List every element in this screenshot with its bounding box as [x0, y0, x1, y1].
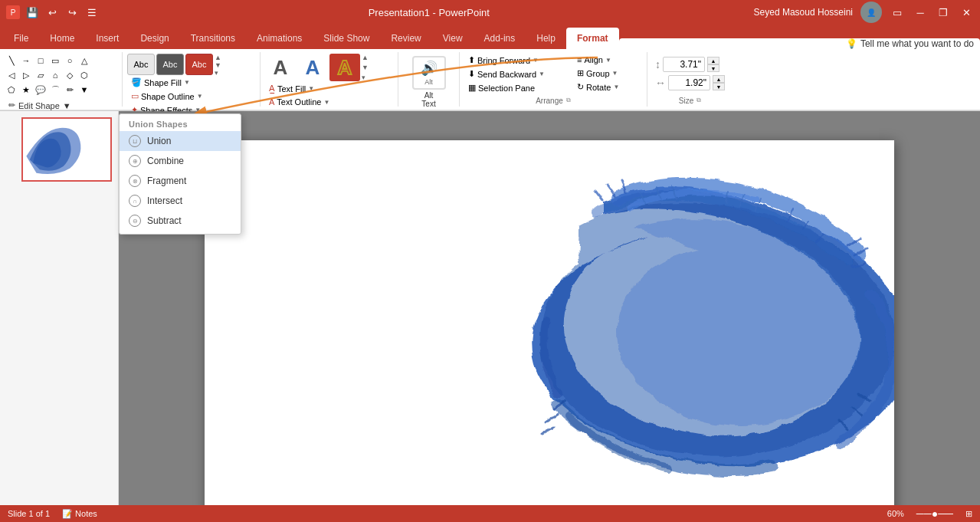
shape-arrow-right[interactable]: → — [19, 54, 33, 67]
wordart-style-2[interactable]: A — [297, 54, 328, 81]
selection-pane-icon: ▦ — [468, 83, 476, 93]
alt-text-label: AltText — [421, 91, 435, 108]
customize-qat-button[interactable]: ☰ — [84, 5, 100, 20]
shape-tri[interactable]: △ — [77, 54, 91, 67]
selection-pane-button[interactable]: ▦ Selection Pane — [464, 81, 572, 94]
height-input[interactable]: 3.71" — [663, 57, 705, 72]
notes-button[interactable]: 📝 Notes — [62, 509, 97, 519]
dropdown-item-intersect[interactable]: ∩ Intersect — [120, 191, 241, 211]
edit-shape-button[interactable]: ✏ Edit Shape ▼ — [5, 99, 75, 112]
dropdown-item-combine[interactable]: ⊕ Combine — [120, 151, 241, 171]
restore-button[interactable]: ❐ — [936, 5, 951, 20]
tab-transitions[interactable]: Transitions — [180, 28, 246, 49]
shape-penta[interactable]: ⬠ — [5, 83, 18, 97]
shape-diamond[interactable]: ◇ — [63, 68, 77, 82]
combine-label: Combine — [147, 156, 184, 166]
tab-animations[interactable]: Animations — [246, 28, 313, 49]
group-button[interactable]: ⊞ Group ▼ — [573, 67, 642, 80]
shape-freeform[interactable]: ✏ — [63, 83, 77, 97]
shape-hex[interactable]: ⬡ — [77, 68, 91, 82]
tab-design[interactable]: Design — [129, 28, 179, 49]
wordart-scroll[interactable]: ▲ ▼ ▾ — [362, 54, 369, 81]
group-label: Group — [586, 69, 610, 78]
shape-style-3[interactable]: Abc — [185, 54, 213, 75]
shape-rtri[interactable]: ◁ — [5, 68, 18, 82]
send-backward-button[interactable]: ⬇ Send Backward ▼ — [464, 67, 572, 80]
shape-ellipse[interactable]: ○ — [63, 54, 77, 67]
rotate-button[interactable]: ↻ Rotate ▼ — [573, 80, 642, 94]
text-fill-chevron: ▼ — [308, 85, 314, 92]
shape-trap[interactable]: ⌂ — [48, 68, 62, 82]
height-spin-up[interactable]: ▲ — [707, 57, 719, 64]
tab-file[interactable]: File — [3, 28, 39, 49]
tab-insert[interactable]: Insert — [85, 28, 129, 49]
ribbon-display-button[interactable]: ▭ — [890, 5, 905, 20]
dropdown-header: Union Shapes — [120, 117, 241, 131]
shape-outline-button[interactable]: ▭ Shape Outline ▼ — [127, 90, 221, 103]
slide-canvas-area[interactable] — [119, 111, 980, 522]
shape-callout[interactable]: 💬 — [34, 83, 48, 97]
wordart-style-3[interactable]: A — [329, 54, 360, 81]
subtract-icon: ⊖ — [129, 215, 141, 227]
arrange-expand[interactable]: ⧉ — [566, 97, 571, 104]
shape-outline-label: Shape Outline — [141, 92, 195, 101]
shape-rtri2[interactable]: ▷ — [19, 68, 33, 82]
align-button[interactable]: ≡ Align ▼ — [573, 54, 642, 66]
redo-button[interactable]: ↪ — [64, 5, 80, 20]
slide-canvas[interactable] — [205, 140, 894, 523]
close-button[interactable]: ✕ — [959, 5, 974, 20]
save-button[interactable]: 💾 — [25, 5, 40, 20]
dropdown-item-subtract[interactable]: ⊖ Subtract — [120, 211, 241, 231]
shape-fill-button[interactable]: 🪣 Shape Fill ▼ — [127, 76, 221, 89]
shape-para[interactable]: ▱ — [34, 68, 48, 82]
bring-forward-button[interactable]: ⬆ Bring Forward ▼ — [464, 54, 572, 67]
width-input[interactable]: 1.92" — [668, 75, 710, 90]
fit-slide-button[interactable]: ⊞ — [965, 509, 972, 519]
tab-help[interactable]: Help — [526, 28, 566, 49]
height-spin-down[interactable]: ▼ — [707, 64, 719, 72]
dropdown-item-union[interactable]: ⊔ Union — [120, 131, 241, 151]
shape-rect[interactable]: □ — [34, 54, 48, 67]
shape-style-2[interactable]: Abc — [156, 54, 184, 75]
text-fill-button[interactable]: A̲ Text Fill ▼ — [265, 82, 369, 95]
shape-star[interactable]: ★ — [19, 83, 33, 97]
shape-styles-group: Abc Abc Abc ▲ ▼ ▾ 🪣 Shape Fill ▼ — [123, 52, 261, 107]
powerpoint-icon: P — [6, 5, 20, 19]
user-avatar[interactable]: 👤 — [860, 2, 882, 23]
shape-curved[interactable]: ⌒ — [48, 83, 62, 97]
wordart-styles-group: A A A ▲ ▼ ▾ A̲ Text Fill ▼ — [261, 52, 398, 107]
undo-button[interactable]: ↩ — [44, 5, 60, 20]
width-spin-up[interactable]: ▲ — [713, 75, 725, 83]
alt-text-icon: 🔊 Alt — [412, 56, 446, 90]
text-outline-icon: A — [269, 97, 274, 107]
tab-review[interactable]: Review — [380, 28, 431, 49]
tab-addins[interactable]: Add-ins — [474, 28, 526, 49]
zoom-level: 60% — [887, 509, 904, 518]
minimize-button[interactable]: ─ — [913, 5, 928, 20]
tell-me-input[interactable]: 💡 Tell me what you want to do — [840, 38, 980, 49]
shape-line[interactable]: ╲ — [5, 54, 18, 67]
union-label: Union — [147, 136, 171, 146]
size-expand[interactable]: ⧉ — [696, 97, 701, 104]
tab-view[interactable]: View — [432, 28, 474, 49]
width-spin-down[interactable]: ▼ — [713, 83, 725, 90]
shape-rounded-rect[interactable]: ▭ — [48, 54, 62, 67]
alt-text-button[interactable]: 🔊 Alt AltText — [408, 54, 451, 110]
tab-format[interactable]: Format — [566, 28, 619, 49]
slide-thumbnail-1[interactable] — [21, 117, 112, 182]
arrange-group: ⬆ Bring Forward ▼ ⬇ Send Backward ▼ ▦ Se… — [460, 52, 647, 107]
tab-slideshow[interactable]: Slide Show — [313, 28, 380, 49]
text-outline-button[interactable]: A Text Outline ▼ — [265, 96, 369, 108]
combine-icon: ⊕ — [129, 155, 141, 167]
shape-style-1[interactable]: Abc — [127, 54, 155, 75]
accessibility-group: 🔊 Alt AltText Accessibility ⧉ — [398, 52, 460, 107]
title-bar-left: P 💾 ↩ ↪ ☰ Drawing Tools — [6, 5, 104, 20]
zoom-slider[interactable]: ──●── — [916, 507, 953, 520]
shape-style-scroll[interactable]: ▲ ▼ ▾ — [215, 54, 221, 75]
dropdown-item-fragment[interactable]: ⊗ Fragment — [120, 171, 241, 191]
slide-panel: 1 — [0, 111, 119, 522]
tab-home[interactable]: Home — [39, 28, 85, 49]
intersect-label: Intersect — [147, 195, 182, 206]
shape-more[interactable]: ▼ — [77, 83, 91, 97]
wordart-style-1[interactable]: A — [265, 54, 296, 81]
